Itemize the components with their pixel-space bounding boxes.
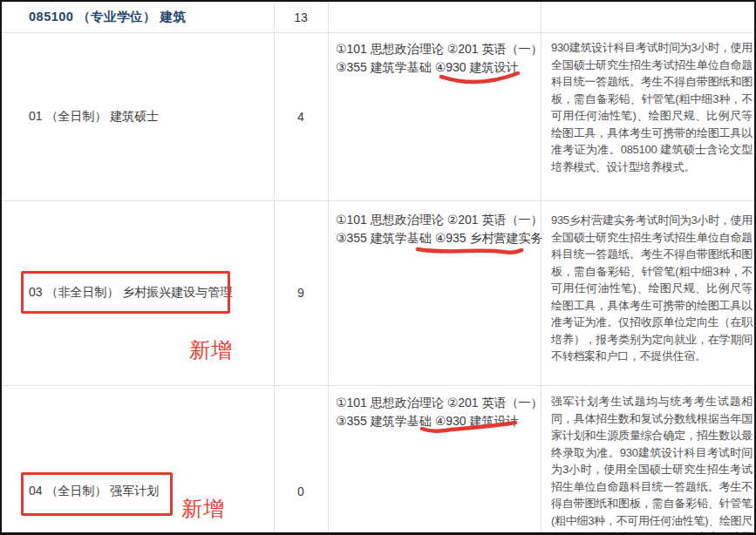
outer-border-left: [0, 0, 2, 535]
admissions-catalog-table: 085100 （专业学位） 建筑 13 01 （全日制） 建筑硕士 4 ①101…: [0, 0, 756, 535]
exam-line1: ①101 思想政治理论 ②201 英语（一）: [336, 394, 538, 412]
exam-line1: ①101 思想政治理论 ②201 英语（一）: [336, 211, 538, 229]
enrollment-count-row3: 0: [274, 474, 328, 509]
direction-name-row1: 01 （全日制） 建筑硕士: [2, 33, 274, 200]
new-added-tag-row2: 新增: [189, 336, 233, 364]
program-group-title: 085100 （专业学位） 建筑: [29, 9, 186, 25]
grid-line-row3: [2, 385, 754, 386]
remarks-row2: 935乡村营建实务考试时间为3小时，使用全国硕士研究生招生考试招生单位自命题科目…: [551, 212, 753, 365]
remarks-row3: 强军计划考生试题均与统考考生试题相同，具体招生数和复试分数线根据当年国家计划和生…: [551, 393, 753, 535]
exam-line1: ①101 思想政治理论 ②201 英语（一）: [336, 40, 538, 58]
red-underline-annotation-row1: [434, 68, 525, 89]
enrollment-count-row2: 9: [274, 200, 328, 385]
outer-border-top: [0, 0, 756, 2]
new-added-tag-row3: 新增: [181, 495, 225, 523]
enrollment-count-row1: 4: [274, 33, 328, 200]
remarks-row1: 930建筑设计科目考试时间为3小时，使用全国硕士研究生招生考试招生单位自命题科目…: [551, 39, 753, 175]
red-underline-annotation-row2: [412, 242, 527, 261]
program-group-header: 085100 （专业学位） 建筑: [2, 2, 274, 32]
highlight-box-row3: [21, 472, 173, 516]
grid-line-col3: [541, 2, 541, 532]
grid-line-col2: [328, 2, 329, 532]
highlight-box-row2: [21, 271, 230, 314]
red-underline-annotation-row3: [416, 416, 522, 437]
program-group-total: 13: [274, 2, 328, 32]
